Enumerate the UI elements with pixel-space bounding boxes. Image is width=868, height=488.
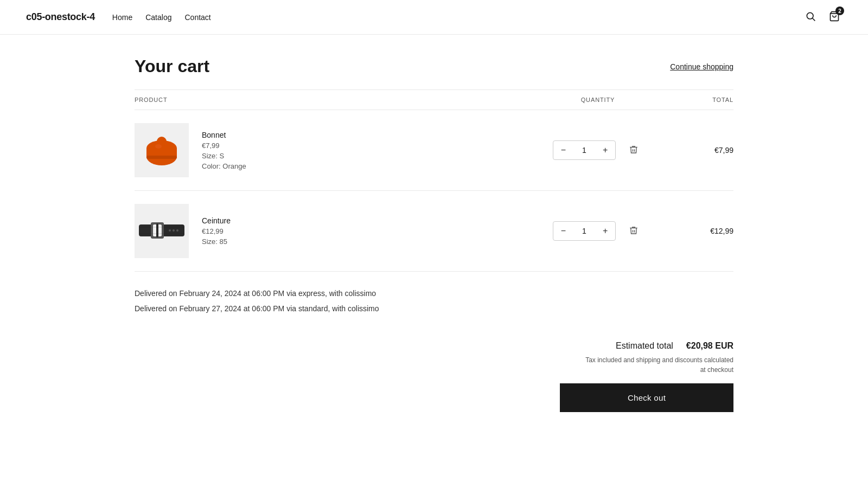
quantity-stepper: − 1 + [553,221,616,241]
continue-shopping-link[interactable]: Continue shopping [670,62,733,71]
product-size: Size: S [202,152,246,160]
increase-qty-button[interactable]: + [595,222,615,240]
product-price: €12,99 [202,227,231,235]
quantity-stepper: − 1 + [553,140,616,160]
page-title: Your cart [135,56,209,76]
belt-illustration [135,204,189,258]
svg-point-17 [176,229,178,232]
delivery-section: Delivered on February 24, 2024 at 06:00 … [135,272,733,328]
nav-home[interactable]: Home [112,13,132,22]
header-right: 2 [803,9,842,25]
product-size: Size: 85 [202,237,231,246]
estimated-total-label: Estimated total [616,341,673,351]
quantity-cell: − 1 + [544,221,652,241]
cart-header: Your cart Continue shopping [135,35,733,89]
estimated-total-value: €20,98 EUR [686,341,733,351]
delete-item-button[interactable] [624,221,643,241]
product-name: Bonnet [202,131,246,139]
svg-point-0 [807,12,813,19]
estimated-total-row: Estimated total €20,98 EUR [616,341,733,351]
col-total-header: TOTAL [652,97,733,103]
product-info-belt: Ceinture €12,99 Size: 85 [202,216,231,246]
decrease-qty-button[interactable]: − [553,141,573,159]
svg-line-1 [813,18,815,21]
product-color: Color: Orange [202,162,246,170]
nav-catalog[interactable]: Catalog [145,13,171,22]
quantity-value: 1 [573,142,595,159]
col-quantity-header: QUANTITY [544,97,652,103]
quantity-cell: − 1 + [544,140,652,160]
checkout-button[interactable]: Check out [560,383,733,412]
nav-contact[interactable]: Contact [184,13,210,22]
product-price: €7,99 [202,142,246,150]
cart-summary: Estimated total €20,98 EUR Tax included … [135,328,733,425]
item-total: €12,99 [652,227,733,235]
svg-point-15 [169,229,171,232]
svg-point-16 [173,229,175,232]
table-header: PRODUCT QUANTITY TOTAL [135,89,733,110]
header-left: c05-onestock-4 Home Catalog Contact [26,11,211,23]
product-name: Ceinture [202,216,231,225]
main-content: Your cart Continue shopping PRODUCT QUAN… [108,35,760,468]
trash-icon [629,145,639,155]
delivery-line-2: Delivered on February 27, 2024 at 06:00 … [135,304,733,313]
svg-rect-7 [146,156,177,159]
site-logo: c05-onestock-4 [26,11,95,23]
col-product-header: PRODUCT [135,97,544,103]
bonnet-illustration [140,129,183,172]
increase-qty-button[interactable]: + [595,141,615,159]
search-icon [805,11,816,22]
cart-badge: 2 [835,7,844,15]
product-cell: Ceinture €12,99 Size: 85 [135,204,544,258]
quantity-value: 1 [573,222,595,240]
product-cell: Bonnet €7,99 Size: S Color: Orange [135,123,544,177]
trash-icon [629,226,639,235]
product-info-bonnet: Bonnet €7,99 Size: S Color: Orange [202,131,246,170]
main-nav: Home Catalog Contact [112,13,211,22]
table-row: Bonnet €7,99 Size: S Color: Orange − 1 + [135,110,733,191]
delete-item-button[interactable] [624,140,643,160]
product-image-belt [135,204,189,258]
delivery-line-1: Delivered on February 24, 2024 at 06:00 … [135,289,733,298]
product-image-bonnet [135,123,189,177]
site-header: c05-onestock-4 Home Catalog Contact 2 [0,0,868,35]
svg-point-9 [155,144,162,149]
tax-note: Tax included and shipping and discounts … [582,355,733,375]
svg-rect-14 [156,223,158,237]
search-button[interactable] [803,9,818,25]
decrease-qty-button[interactable]: − [553,222,573,240]
item-total: €7,99 [652,146,733,155]
table-row: Ceinture €12,99 Size: 85 − 1 + €12,99 [135,191,733,272]
cart-button[interactable]: 2 [827,9,842,25]
